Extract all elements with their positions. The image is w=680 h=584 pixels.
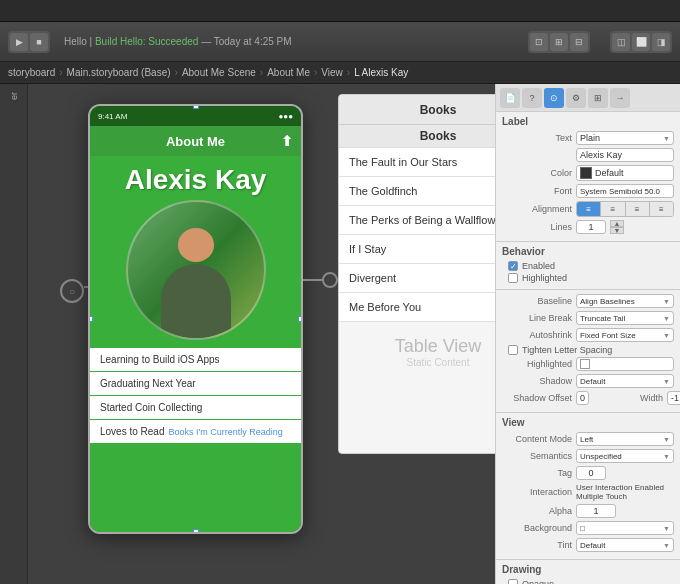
selection-handle-bottom[interactable] (193, 529, 199, 534)
semantics-select[interactable]: Unspecified ▼ (576, 449, 674, 463)
run-button[interactable]: ▶ (10, 33, 28, 51)
align-center-button[interactable]: ≡ (601, 202, 625, 216)
quick-help-tab[interactable]: ? (522, 88, 542, 108)
color-label: Color (502, 168, 572, 178)
alpha-row: Alpha 1 (502, 504, 674, 518)
breadcrumb-scene[interactable]: About Me Scene (182, 67, 256, 78)
lines-increment[interactable]: ▲ (610, 220, 624, 227)
interaction-values: User Interaction Enabled Multiple Touch (576, 483, 674, 501)
version-editor-button[interactable]: ⊟ (570, 33, 588, 51)
debug-toggle-button[interactable]: ⬜ (632, 33, 650, 51)
tint-select[interactable]: Default ▼ (576, 538, 674, 552)
stop-button[interactable]: ■ (30, 33, 48, 51)
font-value[interactable]: System Semibold 50.0 (576, 184, 674, 198)
linebreak-label: Line Break (502, 313, 572, 323)
breadcrumb-about-me[interactable]: About Me (267, 67, 310, 78)
left-panel-label: er (9, 92, 19, 100)
shadow-select[interactable]: Default ▼ (576, 374, 674, 388)
highlighted-color-value[interactable] (576, 357, 674, 371)
books-nav-bar: Books (339, 95, 495, 125)
canvas-area[interactable]: ○ › 9:41 AM ●●● About Me ⬆ Alexis Kay (28, 84, 495, 584)
label-section: Label Text Plain ▼ Alexis Kay Color Defa… (496, 112, 680, 242)
standard-editor-button[interactable]: ⊡ (530, 33, 548, 51)
selection-handle-left[interactable] (88, 316, 93, 322)
color-row: Color Default (502, 165, 674, 181)
attributes-tab[interactable]: ⚙ (566, 88, 586, 108)
lines-decrement[interactable]: ▼ (610, 227, 624, 234)
book-item-4[interactable]: Divergent (339, 264, 495, 293)
phone-list: Learning to Build iOS Apps Graduating Ne… (90, 348, 301, 443)
book-item-3[interactable]: If I Stay (339, 235, 495, 264)
navigator-toggle-button[interactable]: ◫ (612, 33, 630, 51)
inspector-toggle-button[interactable]: ◨ (652, 33, 670, 51)
background-select[interactable]: □ ▼ (576, 521, 674, 535)
opaque-checkbox[interactable] (508, 579, 518, 584)
baseline-section: Baseline Align Baselines ▼ Line Break Tr… (496, 290, 680, 413)
connections-tab[interactable]: → (610, 88, 630, 108)
book-item-2[interactable]: The Perks of Being a Wallflower (339, 206, 495, 235)
size-inspector-tab[interactable]: ⊞ (588, 88, 608, 108)
identity-inspector-tab[interactable]: ⊙ (544, 88, 564, 108)
background-label: Background (502, 523, 572, 533)
baseline-select[interactable]: Align Baselines ▼ (576, 294, 674, 308)
tighten-label: Tighten Letter Spacing (522, 345, 612, 355)
book-item-1[interactable]: The Goldfinch (339, 177, 495, 206)
align-right-button[interactable]: ≡ (626, 202, 650, 216)
alignment-label: Alignment (502, 204, 572, 214)
reading-link[interactable]: Books I'm Currently Reading (169, 427, 283, 437)
tag-row: Tag 0 (502, 466, 674, 480)
view-section: View Content Mode Left ▼ Semantics Unspe… (496, 413, 680, 560)
text-type-select[interactable]: Plain ▼ (576, 131, 674, 145)
content-mode-select[interactable]: Left ▼ (576, 432, 674, 446)
shadow-offset-x[interactable]: 0 (576, 391, 589, 405)
selection-handle-right[interactable] (298, 316, 303, 322)
tag-label: Tag (502, 468, 572, 478)
align-left-button[interactable]: ≡ (577, 202, 601, 216)
tag-field[interactable]: 0 (576, 466, 606, 480)
breadcrumb-label[interactable]: L Alexis Kay (354, 67, 408, 78)
breadcrumb-view[interactable]: View (321, 67, 343, 78)
phone-status-bar: 9:41 AM ●●● (90, 106, 301, 126)
linebreak-select[interactable]: Truncate Tail ▼ (576, 311, 674, 325)
align-justify-button[interactable]: ≡ (650, 202, 673, 216)
font-row: Font System Semibold 50.0 (502, 184, 674, 198)
text-content-field[interactable]: Alexis Kay (576, 148, 674, 162)
file-inspector-tab[interactable]: 📄 (500, 88, 520, 108)
lines-stepper[interactable]: ▲ ▼ (610, 220, 624, 234)
list-item-3: Loves to Read Books I'm Currently Readin… (90, 420, 301, 443)
highlighted-color-label: Highlighted (502, 359, 572, 369)
view-toggle-group[interactable]: ⊡ ⊞ ⊟ (528, 31, 590, 53)
assistant-editor-button[interactable]: ⊞ (550, 33, 568, 51)
semantics-label: Semantics (502, 451, 572, 461)
person-head (178, 228, 214, 262)
tint-row: Tint Default ▼ (502, 538, 674, 552)
run-stop-group[interactable]: ▶ ■ (8, 31, 50, 53)
breadcrumb-storyboard[interactable]: storyboard (8, 67, 55, 78)
person-silhouette (156, 228, 236, 338)
baseline-label: Baseline (502, 296, 572, 306)
xcode-toolbar: ▶ ■ Hello | Build Hello: Succeeded — Tod… (0, 22, 680, 62)
autoshrink-select[interactable]: Fixed Font Size ▼ (576, 328, 674, 342)
alpha-field[interactable]: 1 (576, 504, 616, 518)
alignment-segmented[interactable]: ≡ ≡ ≡ ≡ (576, 201, 674, 217)
phone-mockup[interactable]: 9:41 AM ●●● About Me ⬆ Alexis Kay (88, 104, 303, 534)
phone-content: Alexis Kay Learning to Build iOS Apps Gr… (90, 156, 301, 532)
enabled-checkbox[interactable]: ✓ (508, 261, 518, 271)
share-icon[interactable]: ⬆ (281, 133, 293, 149)
book-item-0[interactable]: The Fault in Our Stars (339, 148, 495, 177)
background-row: Background □ ▼ (502, 521, 674, 535)
lines-field[interactable]: 1 (576, 220, 606, 234)
selection-handle-top[interactable] (193, 104, 199, 109)
table-view-sublabel: Static Content (407, 357, 470, 368)
text-content-row: Alexis Kay (502, 148, 674, 162)
highlighted-checkbox[interactable] (508, 273, 518, 283)
panel-toggle-group[interactable]: ◫ ⬜ ◨ (610, 31, 672, 53)
color-value[interactable]: Default (576, 165, 674, 181)
shadow-row: Shadow Default ▼ (502, 374, 674, 388)
right-connector-circle (322, 272, 338, 288)
phone-photo (126, 200, 266, 340)
alignment-row: Alignment ≡ ≡ ≡ ≡ (502, 201, 674, 217)
tighten-checkbox[interactable] (508, 345, 518, 355)
breadcrumb-main-storyboard[interactable]: Main.storyboard (Base) (67, 67, 171, 78)
shadow-offset-y[interactable]: -1 (667, 391, 680, 405)
